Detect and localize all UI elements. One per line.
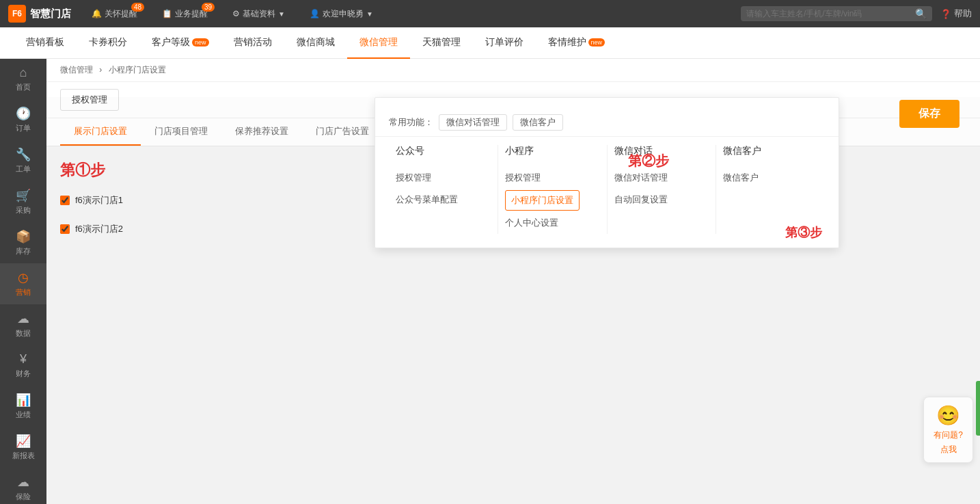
sidebar-label-purchase: 采购: [16, 205, 31, 215]
settings-icon: ⚙: [232, 9, 240, 18]
sidebar-label-insurance: 保险: [16, 492, 31, 502]
finance-icon: ¥: [20, 352, 27, 367]
sidebar-item-purchase[interactable]: 🛒 采购: [0, 181, 46, 222]
logo-icon: F6: [8, 5, 26, 23]
work-icon: 🔧: [16, 147, 31, 162]
new-badge-kehu: new: [192, 38, 209, 47]
purchase-icon: 🛒: [16, 188, 31, 203]
sidebar-item-home[interactable]: ⌂ 首页: [0, 59, 46, 99]
topbar: F6 智慧门店 🔔 关怀提醒 48 📋 业务提醒 39 ⚙ 基础资料 ▼ 👤 欢…: [0, 0, 980, 27]
sidebar-item-stock[interactable]: 📦 库存: [0, 222, 46, 263]
menu-item-official-menu[interactable]: 公众号菜单配置: [396, 189, 491, 211]
data-icon: ☁: [17, 311, 29, 326]
marketing-icon: ◷: [18, 270, 29, 285]
chevron-down-icon: ▼: [278, 10, 285, 18]
dropdown-overlay[interactable]: 常用功能： 微信对话管理 微信客户 第②步 公众号 授权管理 公众号菜单配置: [46, 97, 980, 504]
breadcrumb-item-1[interactable]: 微信管理: [60, 65, 93, 75]
search-input[interactable]: [746, 9, 915, 18]
insurance-icon: ☁: [17, 475, 29, 490]
dropdown-col-miniapp: 小程序 授权管理 小程序门店设置 个人中心设置 第③步: [498, 145, 608, 234]
sidebar-item-orders[interactable]: 🕐 订单: [0, 99, 46, 140]
user-icon: 👤: [310, 9, 320, 18]
dropdown-menu: 常用功能： 微信对话管理 微信客户 第②步 公众号 授权管理 公众号菜单配置: [375, 97, 839, 248]
question-icon: ❓: [940, 9, 951, 19]
new-badge-care: new: [588, 38, 605, 47]
navbar: 营销看板 卡券积分 客户等级 new 营销活动 微信商城 微信管理 天猫管理 订…: [0, 27, 980, 59]
topbar-actions: 🔔 关怀提醒 48 📋 业务提醒 39 ⚙ 基础资料 ▼ 👤 欢迎申晓勇 ▼: [92, 8, 741, 20]
sidebar-item-reports[interactable]: 📈 新报表: [0, 427, 46, 468]
sidebar: ⌂ 首页 🕐 订单 🔧 工单 🛒 采购 📦 库存 ◷ 营销 ☁ 数据 ¥: [0, 59, 46, 504]
sidebar-label-home: 首页: [16, 82, 31, 92]
dropdown-col-dialog: 微信对话 微信对话管理 自动回复设置: [608, 145, 717, 234]
settings-action[interactable]: ⚙ 基础资料 ▼: [232, 8, 285, 20]
sidebar-item-finance[interactable]: ¥ 财务: [0, 345, 46, 386]
menu-item-miniapp-auth[interactable]: 授权管理: [505, 167, 600, 189]
common-tag-wechat-customer[interactable]: 微信客户: [513, 114, 563, 131]
user-label: 欢迎申晓勇: [323, 8, 364, 20]
nav-item-kehu[interactable]: 客户等级 new: [139, 27, 221, 59]
user-action[interactable]: 👤 欢迎申晓勇 ▼: [310, 8, 373, 20]
menu-item-miniapp-personal[interactable]: 个人中心设置: [505, 212, 600, 234]
topbar-right: 🔍 ❓ 帮助: [741, 6, 972, 21]
help-button[interactable]: ❓ 帮助: [940, 8, 972, 20]
menu-item-customer[interactable]: 微信客户: [723, 167, 818, 189]
breadcrumb: 微信管理 › 小程序门店设置: [46, 59, 980, 82]
sidebar-label-finance: 财务: [16, 369, 31, 379]
task-badge: 39: [202, 3, 215, 12]
breadcrumb-item-2: 小程序门店设置: [109, 65, 166, 75]
help-label: 帮助: [954, 8, 972, 20]
common-functions-row: 常用功能： 微信对话管理 微信客户: [375, 109, 839, 137]
nav-kehu-label: 客户等级: [152, 36, 190, 49]
chevron-down-icon2: ▼: [366, 10, 373, 18]
menu-item-dialog-auto[interactable]: 自动回复设置: [614, 189, 709, 211]
search-icon[interactable]: 🔍: [915, 8, 927, 19]
reports-icon: 📈: [16, 434, 31, 449]
nav-item-tmall[interactable]: 天猫管理: [410, 27, 473, 59]
sidebar-label-work: 工单: [16, 164, 31, 174]
sidebar-label-performance: 业绩: [16, 410, 31, 420]
common-tag-wechat-dialog[interactable]: 微信对话管理: [439, 114, 507, 131]
stock-icon: 📦: [16, 229, 31, 244]
nav-item-wechat-manage[interactable]: 微信管理: [347, 27, 410, 59]
sidebar-item-work[interactable]: 🔧 工单: [0, 140, 46, 181]
menu-item-official-auth[interactable]: 授权管理: [396, 167, 491, 189]
sidebar-item-data[interactable]: ☁ 数据: [0, 304, 46, 345]
nav-item-kaquan[interactable]: 卡券积分: [77, 27, 139, 59]
content-area: 微信管理 › 小程序门店设置 授权管理 展示门店设置 门店项目管理 保养推荐设置…: [46, 59, 980, 504]
col-title-miniapp: 小程序: [505, 145, 600, 157]
task-icon: 📋: [162, 9, 172, 18]
col-title-official: 公众号: [396, 145, 491, 157]
app-name: 智慧门店: [30, 8, 71, 21]
app-logo: F6 智慧门店: [8, 5, 71, 23]
dropdown-columns: 公众号 授权管理 公众号菜单配置 小程序 授权管理 小程序门店设置 个人中心设置…: [375, 145, 839, 234]
settings-label: 基础资料: [243, 8, 275, 20]
search-box[interactable]: 🔍: [741, 6, 932, 21]
sidebar-label-stock: 库存: [16, 246, 31, 256]
sidebar-item-insurance[interactable]: ☁ 保险: [0, 468, 46, 504]
performance-icon: 📊: [16, 393, 31, 408]
main-layout: ⌂ 首页 🕐 订单 🔧 工单 🛒 采购 📦 库存 ◷ 营销 ☁ 数据 ¥: [0, 59, 980, 504]
dropdown-col-official: 公众号 授权管理 公众号菜单配置: [389, 145, 498, 234]
menu-item-dialog-manage[interactable]: 微信对话管理: [614, 167, 709, 189]
nav-item-yingxiao[interactable]: 营销看板: [14, 27, 77, 59]
home-icon: ⌂: [20, 66, 27, 80]
task-action[interactable]: 📋 业务提醒 39: [162, 8, 208, 20]
sidebar-label-orders: 订单: [16, 123, 31, 133]
menu-item-miniapp-store[interactable]: 小程序门店设置: [505, 190, 580, 211]
sidebar-label-reports: 新报表: [12, 451, 35, 461]
orders-icon: 🕐: [16, 106, 31, 121]
sidebar-label-marketing: 营销: [16, 287, 31, 297]
breadcrumb-sep: ›: [99, 65, 102, 75]
nav-item-customer-care[interactable]: 客情维护 new: [536, 27, 618, 59]
sidebar-item-performance[interactable]: 📊 业绩: [0, 386, 46, 427]
sidebar-item-marketing[interactable]: ◷ 营销: [0, 263, 46, 304]
bell-icon: 🔔: [92, 9, 102, 18]
nav-item-wechat-shop[interactable]: 微信商城: [284, 27, 347, 59]
nav-item-activity[interactable]: 营销活动: [221, 27, 284, 59]
bell-action[interactable]: 🔔 关怀提醒 48: [92, 8, 137, 20]
sidebar-label-data: 数据: [16, 328, 31, 339]
step3-label: 第③步: [785, 224, 822, 241]
bell-badge: 48: [131, 3, 144, 12]
nav-item-order-review[interactable]: 订单评价: [473, 27, 536, 59]
col-title-customer: 微信客户: [723, 145, 818, 157]
